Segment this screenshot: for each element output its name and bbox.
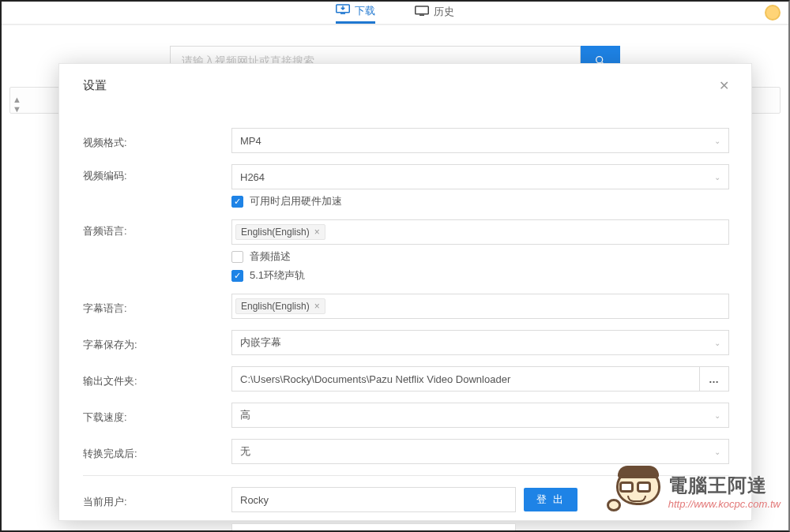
- label-video-codec: 视频编码:: [83, 164, 231, 183]
- svg-rect-1: [340, 13, 345, 15]
- tab-history-label: 历史: [434, 5, 454, 19]
- tab-history[interactable]: 历史: [415, 3, 454, 24]
- svg-point-4: [596, 56, 603, 62]
- browse-folder-button[interactable]: …: [699, 366, 729, 392]
- select-video-format-value: MP4: [240, 135, 261, 147]
- checkbox-surround-label: 5.1环绕声轨: [250, 268, 305, 283]
- label-current-user: 当前用户:: [83, 490, 231, 509]
- label-language: 语言:: [83, 526, 231, 532]
- chevron-down-icon: ⌄: [714, 411, 720, 420]
- checkbox-hw-accel[interactable]: [231, 196, 243, 208]
- select-language-value: 简体中文: [240, 529, 281, 532]
- tab-download[interactable]: 下载: [336, 3, 375, 24]
- tag-audio-english[interactable]: English(English) ×: [235, 224, 325, 240]
- monitor-icon: [415, 6, 429, 19]
- checkbox-surround[interactable]: [231, 270, 243, 282]
- tag-subtitle-english[interactable]: English(English) ×: [235, 298, 325, 314]
- chevron-down-icon: ⌄: [714, 137, 720, 145]
- logout-button[interactable]: 登 出: [524, 488, 577, 511]
- select-video-codec-value: H264: [240, 171, 265, 183]
- tag-subtitle-english-label: English(English): [241, 301, 310, 312]
- avatar-icon[interactable]: [765, 5, 781, 21]
- tab-download-label: 下载: [355, 4, 375, 18]
- svg-rect-3: [419, 14, 424, 16]
- checkbox-audio-describe-label: 音频描述: [250, 249, 291, 264]
- ellipsis-icon: …: [709, 373, 720, 385]
- input-output-folder[interactable]: C:\Users\Rocky\Documents\Pazu Netflix Vi…: [231, 366, 699, 392]
- label-after-convert: 转换完成后:: [83, 442, 231, 461]
- select-subtitle-save-as[interactable]: 内嵌字幕 ⌄: [231, 330, 729, 355]
- watermark: 電腦王阿達 http://www.kocpc.com.tw: [613, 466, 781, 516]
- chevron-down-icon: ⌄: [714, 339, 720, 347]
- sort-icon[interactable]: ▲▼: [13, 95, 21, 114]
- checkbox-audio-describe[interactable]: [231, 251, 243, 263]
- top-tabs: 下载 历史: [2, 2, 788, 25]
- chevron-down-icon: ⌄: [714, 173, 720, 182]
- label-audio-language: 音频语言:: [83, 219, 231, 238]
- multiselect-subtitle-language[interactable]: English(English) ×: [231, 294, 729, 319]
- modal-title: 设置: [83, 78, 107, 93]
- select-after-convert[interactable]: 无 ⌄: [231, 439, 729, 464]
- label-subtitle-save-as: 字幕保存为:: [83, 333, 231, 352]
- chevron-down-icon: ⌄: [714, 448, 720, 456]
- watermark-title: 電腦王阿達: [668, 473, 781, 498]
- tag-remove-icon[interactable]: ×: [314, 301, 320, 312]
- watermark-mascot-icon: [613, 466, 664, 516]
- label-output-folder: 输出文件夹:: [83, 369, 231, 388]
- input-output-folder-value: C:\Users\Rocky\Documents\Pazu Netflix Vi…: [240, 373, 510, 385]
- multiselect-audio-language[interactable]: English(English) ×: [231, 219, 729, 245]
- select-video-codec[interactable]: H264 ⌄: [231, 164, 729, 189]
- label-download-speed: 下载速度:: [83, 406, 231, 425]
- select-download-speed-value: 高: [240, 408, 250, 422]
- input-current-user-value: Rocky: [240, 494, 269, 506]
- tag-audio-english-label: English(English): [241, 227, 310, 238]
- settings-modal: 设置 ✕ 视频格式: MP4 ⌄ 视频编码: H264 ⌄ 可用时启用硬件加速 …: [58, 63, 752, 521]
- close-icon[interactable]: ✕: [719, 78, 729, 93]
- select-language[interactable]: 简体中文 ⌄: [231, 523, 516, 532]
- select-after-convert-value: 无: [240, 444, 250, 459]
- select-subtitle-save-as-value: 内嵌字幕: [240, 335, 281, 350]
- checkbox-hw-accel-label: 可用时启用硬件加速: [250, 194, 342, 208]
- select-download-speed[interactable]: 高 ⌄: [231, 403, 729, 428]
- input-current-user[interactable]: Rocky: [231, 487, 516, 512]
- top-right-icons: [765, 5, 781, 21]
- select-video-format[interactable]: MP4 ⌄: [231, 128, 729, 153]
- tag-remove-icon[interactable]: ×: [314, 227, 320, 238]
- label-video-format: 视频格式:: [83, 131, 231, 150]
- label-subtitle-language: 字幕语言:: [83, 297, 231, 316]
- monitor-download-icon: [336, 4, 350, 17]
- watermark-url: http://www.kocpc.com.tw: [668, 498, 781, 510]
- svg-rect-2: [416, 6, 429, 14]
